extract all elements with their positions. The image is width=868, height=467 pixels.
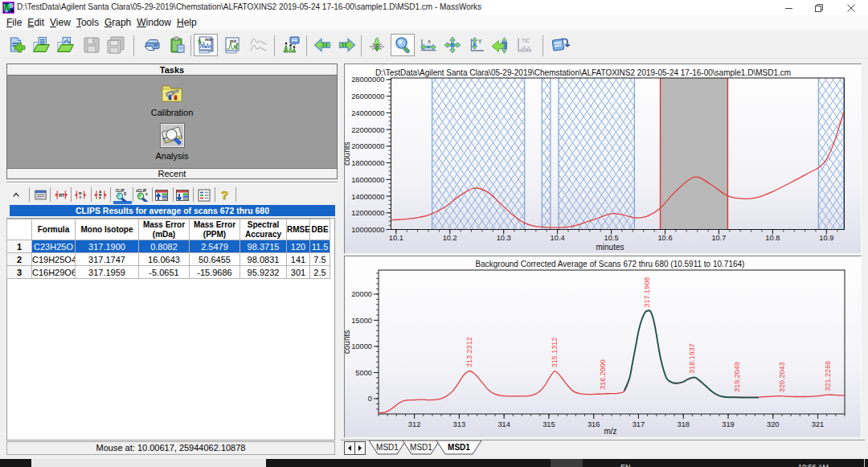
report-button[interactable] [197,186,211,203]
help-button[interactable]: ? [218,186,232,203]
plot-area[interactable] [345,256,861,437]
table-cell[interactable]: 317.1747 [76,253,139,266]
list-view-button[interactable] [35,186,47,203]
sclips-button[interactable]: sCLIPs [134,186,151,203]
table-cell[interactable]: 7.5 [310,253,330,266]
chromatogram-chart[interactable]: 10.110.210.310.410.510.610.710.810.91000… [345,64,861,253]
table-cell[interactable]: 1 [7,240,32,253]
zoom-out-full-button[interactable] [365,34,389,56]
menu-window[interactable]: Window [134,16,174,29]
table-cell[interactable]: 301 [287,266,310,279]
spectrum-chart-panel[interactable]: 3123133143153163173183193203210500010000… [344,256,862,438]
document-tab[interactable]: MSD1 [402,440,440,455]
chromatogram-chart-panel[interactable]: 10.110.210.310.410.510.610.710.810.91000… [344,63,862,254]
col-header[interactable]: Formula [32,219,76,240]
clips-button[interactable]: CLIPS [112,186,131,203]
table-row[interactable]: 3C16H29O6317.1959-5.0651-15.968695.92323… [7,266,330,279]
minimize-button[interactable] [777,0,801,15]
document-tab-active[interactable]: MSD1 [436,440,482,455]
table-cell[interactable]: 98.3715 [240,240,287,253]
mz-range-button[interactable]: MZ [75,186,87,203]
document-tab[interactable]: MSD1 [368,440,407,455]
task-calibration[interactable]: Calibration [121,84,223,117]
results-toolbar-separator [91,187,92,202]
chromatogram-view-button[interactable]: min [194,34,218,56]
menu-edit[interactable]: Edit [25,16,47,29]
chromatogram-view-icon: min [196,35,215,55]
menu-help[interactable]: Help [174,16,199,29]
col-header[interactable]: Mass Error(mDa) [139,219,190,240]
collapse-button[interactable] [10,186,23,203]
tab-scroll-left-button[interactable] [344,441,355,455]
peaks-report-button[interactable] [279,34,303,56]
table-row[interactable]: 1C23H25O317.19000.80822.547998.371512011… [7,240,330,253]
table-cell[interactable]: 2 [7,253,32,266]
table-cell[interactable]: -5.0651 [139,266,190,279]
print-button[interactable] [140,34,164,56]
taskbar-language-indicator[interactable]: EN [620,463,631,467]
tic-button[interactable]: TIC [512,34,536,56]
table-cell[interactable]: 2.5 [310,266,330,279]
table-cell[interactable]: 95.9232 [240,266,287,279]
tab-scroll-right-button[interactable] [354,441,366,455]
col-header[interactable]: RMSE [287,219,310,240]
clips-results-table[interactable]: FormulaMono IsotopeMass Error(mDa)Mass E… [6,219,330,279]
table-cell[interactable]: C16H29O6 [32,266,76,279]
col-header[interactable] [7,219,32,240]
table-cell[interactable]: 317.1900 [76,240,139,253]
amp-range-button[interactable]: AMP [94,186,107,203]
window-title: D:\TestData\Agilent Santa Clara\05-29-20… [17,2,481,11]
table-cell[interactable]: C23H25O [32,240,76,253]
open-file-button[interactable] [29,34,53,56]
table-cell[interactable]: 120 [287,240,310,253]
table-cell[interactable]: C19H25O4 [32,253,76,266]
save-all-button[interactable] [104,34,128,56]
table-row[interactable]: 2C19H25O4317.174716.064350.645598.083114… [7,253,330,266]
table-cell[interactable]: 2.5479 [190,240,240,253]
col-header[interactable]: Mono Isotope [76,219,139,240]
previous-range-button[interactable] [488,34,512,56]
table-cell[interactable]: 11.5 [310,240,330,253]
paste-button[interactable] [166,34,190,56]
export-table-button[interactable] [154,186,169,203]
save-button[interactable] [80,34,104,56]
x-tick-label: 10.8 [765,234,780,242]
menu-file[interactable]: File [4,16,24,29]
rt-range-button[interactable]: RT [55,186,68,203]
forward-button[interactable] [335,34,359,56]
col-header[interactable]: Mass Error(PPM) [190,219,240,240]
restore-button[interactable] [807,0,831,15]
menu-graph[interactable]: Graph [102,16,133,29]
zoom-x-button[interactable]: x [416,34,440,56]
close-button[interactable] [839,0,863,15]
batch-button[interactable] [548,34,572,56]
import-table-button[interactable] [175,186,190,203]
task-analysis[interactable]: Analysis [121,123,223,161]
table-cell[interactable]: -15.9686 [190,266,240,279]
table-cell[interactable]: 141 [287,253,310,266]
selected-scan-region[interactable] [661,78,728,230]
col-header[interactable]: DBE [310,219,330,240]
menu-view[interactable]: View [47,16,73,29]
table-cell[interactable]: 3 [7,266,32,279]
spectrum-view-button[interactable]: m/z [220,34,244,56]
col-header[interactable]: SpectralAccuracy [240,219,287,240]
zoom-y-button[interactable]: Y [465,34,489,56]
spectrum-chart[interactable]: 3123133143153163173183193203210500010000… [345,256,861,437]
taskbar-app-button[interactable] [31,459,266,467]
pan-button[interactable] [440,34,465,56]
table-cell[interactable]: 98.0831 [240,253,287,266]
overlay-view-button[interactable] [247,34,271,56]
zoom-button[interactable] [391,34,415,56]
back-button[interactable] [310,34,334,56]
taskbar-tray-button[interactable] [551,459,583,467]
table-cell[interactable]: 317.1959 [76,266,139,279]
table-cell[interactable]: 0.8082 [139,240,190,253]
new-file-button[interactable] [5,34,29,56]
open-data-button[interactable] [53,34,77,56]
taskbar-clock[interactable]: 10:56 AM [798,463,829,467]
x-axis-label: m/z [604,427,616,436]
table-cell[interactable]: 16.0643 [139,253,190,266]
menu-tools[interactable]: Tools [74,16,101,29]
table-cell[interactable]: 50.6455 [190,253,240,266]
